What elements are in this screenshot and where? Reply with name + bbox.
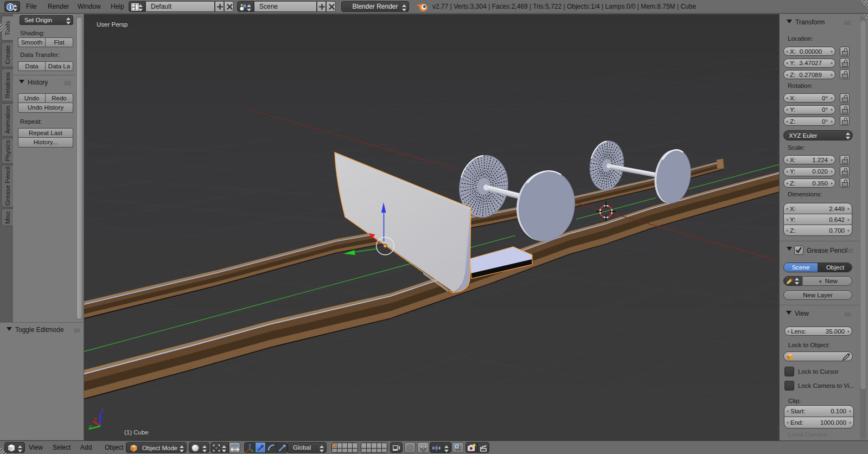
svg-text:x: x [94, 416, 97, 422]
svg-text:(1) Cube: (1) Cube [124, 429, 149, 436]
svg-text:User Persp: User Persp [97, 21, 128, 28]
svg-text:y: y [89, 424, 92, 430]
svg-text:z: z [101, 407, 104, 413]
